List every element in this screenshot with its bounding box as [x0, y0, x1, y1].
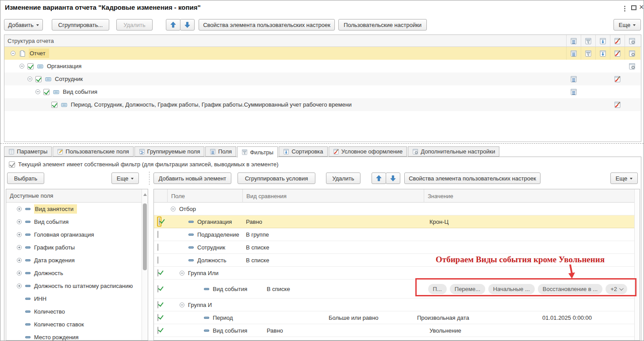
- column-header-comparison[interactable]: Вид сравнения: [242, 189, 424, 203]
- user-settings-button[interactable]: Пользовательские настройки: [338, 19, 427, 31]
- row-checkbox[interactable]: [157, 314, 158, 322]
- tab-user-fields[interactable]: Пользовательские поля: [53, 146, 133, 157]
- structure-row-report[interactable]: Отчет: [4, 47, 640, 60]
- expand-icon[interactable]: [17, 284, 22, 288]
- filter-row-period[interactable]: Период Больше или равно Произвольная дат…: [154, 311, 634, 324]
- window-menu-icon[interactable]: [621, 4, 628, 12]
- row-checkbox[interactable]: [159, 218, 160, 226]
- expand-icon[interactable]: [17, 219, 22, 224]
- row-sort-button[interactable]: [595, 47, 610, 60]
- available-field-item[interactable]: Вид занятости: [6, 203, 139, 215]
- row-checkbox[interactable]: [157, 301, 158, 309]
- tab-conditional-appearance[interactable]: Условное оформление: [329, 146, 407, 157]
- row-checkbox[interactable]: [43, 89, 50, 95]
- collapse-icon[interactable]: [171, 207, 176, 211]
- column-header-field[interactable]: Поле: [167, 189, 242, 203]
- row-conditional-button[interactable]: [610, 73, 625, 85]
- more-button-top[interactable]: Еще: [613, 19, 641, 31]
- tab-grouped-fields[interactable]: Группируемые поля: [134, 146, 205, 157]
- move-up-button[interactable]: [166, 19, 180, 31]
- filter-row-group-and[interactable]: Группа И: [154, 299, 634, 311]
- tab-filters[interactable]: Фильтры: [237, 146, 278, 157]
- pane-splitter[interactable]: [0, 143, 644, 144]
- collapse-icon[interactable]: [27, 77, 32, 81]
- expand-icon[interactable]: [17, 207, 22, 211]
- row-conditional-button[interactable]: [610, 98, 625, 111]
- available-field-item[interactable]: Количество: [6, 305, 139, 318]
- collapse-icon[interactable]: [180, 271, 184, 276]
- move-down-button[interactable]: [180, 19, 195, 31]
- row-fields-button[interactable]: [566, 85, 581, 98]
- row-checkbox[interactable]: [157, 231, 158, 238]
- row-checkbox[interactable]: [27, 63, 34, 69]
- filter-row-group-or[interactable]: Группа Или: [154, 267, 634, 280]
- row-fields-button[interactable]: [566, 73, 581, 85]
- filter-row-event-kind-equal[interactable]: Вид события Равно Увольнение: [154, 324, 634, 337]
- move-up-filter-button[interactable]: [372, 172, 386, 184]
- row-checkbox[interactable]: [157, 269, 158, 277]
- row-conditional-button[interactable]: [610, 47, 625, 60]
- filter-user-settings-properties-button[interactable]: Свойства элемента пользовательских настр…: [404, 172, 540, 184]
- row-settings-button[interactable]: [625, 47, 639, 60]
- filter-row-department[interactable]: Подразделение В группе: [154, 228, 634, 241]
- maximize-icon[interactable]: [631, 5, 636, 10]
- structure-row-organization[interactable]: Организация: [4, 60, 640, 73]
- filter-row-employee[interactable]: Сотрудник В списке: [154, 241, 634, 254]
- structure-row-detail-fields[interactable]: Период, Сотрудник, Должность, График раб…: [4, 98, 640, 111]
- row-checkbox[interactable]: [51, 102, 58, 108]
- group-button[interactable]: Сгруппировать...: [52, 19, 109, 31]
- group-conditions-button[interactable]: Сгруппировать условия: [238, 172, 315, 184]
- collapse-icon[interactable]: [35, 89, 40, 94]
- expand-icon[interactable]: [17, 271, 22, 276]
- tab-parameters[interactable]: Параметры: [4, 146, 52, 157]
- available-field-item[interactable]: Должность: [6, 267, 139, 280]
- expand-icon[interactable]: [17, 258, 22, 263]
- more-button-right[interactable]: Еще: [610, 172, 638, 184]
- row-filter-button[interactable]: [581, 47, 595, 60]
- add-new-element-button[interactable]: Добавить новый элемент: [153, 172, 231, 184]
- more-button-left[interactable]: Еще: [111, 172, 139, 184]
- available-field-item[interactable]: График работы: [6, 241, 139, 254]
- filter-row-organization[interactable]: Организация Равно Крон-Ц: [154, 215, 634, 228]
- structure-row-employee[interactable]: Сотрудник: [4, 73, 640, 85]
- row-checkbox[interactable]: [157, 244, 158, 251]
- structure-row-event-kind[interactable]: Вид события: [4, 85, 640, 98]
- delete-button[interactable]: Удалить: [116, 19, 153, 31]
- available-field-item[interactable]: Вид события: [6, 215, 139, 228]
- filter-column-header[interactable]: [581, 35, 595, 47]
- close-icon[interactable]: ×: [639, 2, 644, 12]
- row-checkbox-focus[interactable]: [157, 217, 161, 227]
- row-checkbox[interactable]: [157, 257, 158, 264]
- scroll-up-icon[interactable]: [143, 193, 147, 196]
- available-field-item[interactable]: Головная организация: [6, 228, 139, 241]
- column-header-value[interactable]: Значение: [424, 189, 635, 203]
- tab-fields[interactable]: Поля: [205, 146, 236, 157]
- settings-column-header[interactable]: [625, 35, 639, 47]
- row-checkbox[interactable]: [35, 76, 42, 82]
- sort-column-header[interactable]: [595, 35, 610, 47]
- scrollbar[interactable]: [142, 189, 147, 340]
- available-field-item[interactable]: Дата рождения: [6, 254, 139, 267]
- available-field-item[interactable]: Количество ставок: [6, 318, 139, 331]
- select-button[interactable]: Выбрать: [7, 172, 44, 184]
- available-field-item[interactable]: Место рождения: [6, 331, 139, 341]
- filter-row-otbor[interactable]: Отбор: [154, 203, 634, 215]
- fields-column-header[interactable]: [566, 35, 581, 47]
- collapse-icon[interactable]: [180, 303, 184, 307]
- collapse-icon[interactable]: [11, 51, 15, 56]
- conditional-appearance-column-header[interactable]: [610, 35, 625, 47]
- row-fields-button[interactable]: [566, 47, 581, 60]
- tab-additional-settings[interactable]: Дополнительные настройки: [408, 146, 499, 157]
- collapse-icon[interactable]: [19, 64, 24, 69]
- move-down-filter-button[interactable]: [386, 172, 400, 184]
- available-field-item[interactable]: ИНН: [6, 292, 139, 305]
- expand-icon[interactable]: [17, 232, 22, 237]
- row-settings-button[interactable]: [625, 60, 639, 73]
- add-button[interactable]: Добавить: [4, 19, 43, 31]
- row-checkbox[interactable]: [157, 327, 158, 334]
- scrollbar-thumb[interactable]: [143, 203, 147, 270]
- available-field-item[interactable]: Должность по штатному расписанию: [6, 280, 139, 292]
- delete-filter-button[interactable]: Удалить: [326, 172, 360, 184]
- scrollbar[interactable]: [634, 189, 640, 340]
- own-filter-checkbox[interactable]: [9, 161, 15, 168]
